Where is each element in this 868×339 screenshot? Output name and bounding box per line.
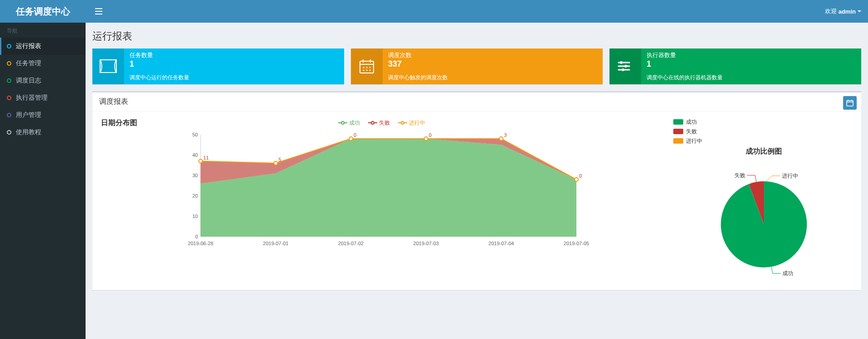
user-menu[interactable]: 欢迎 admin xyxy=(825,7,861,15)
svg-text:0: 0 xyxy=(195,234,198,239)
svg-point-4 xyxy=(369,67,371,68)
info-box-0: 任务数量 1 调度中心运行的任务数量 xyxy=(92,48,344,84)
info-value: 1 xyxy=(129,59,339,69)
sidebar: 任务调度中心 导航 运行报表任务管理调度日志执行器管理用户管理使用教程 xyxy=(0,0,86,339)
date-range-button[interactable] xyxy=(843,96,857,110)
svg-text:进行中: 进行中 xyxy=(782,173,798,179)
svg-text:2019-07-05: 2019-07-05 xyxy=(564,241,589,246)
svg-point-24 xyxy=(349,137,353,140)
username: admin xyxy=(839,8,856,15)
svg-point-26 xyxy=(424,137,428,140)
info-value: 1 xyxy=(647,59,856,69)
info-label: 任务数量 xyxy=(129,51,339,59)
topbar: 欢迎 admin xyxy=(86,0,868,23)
svg-point-28 xyxy=(499,137,503,140)
nav-header: 导航 xyxy=(0,23,86,38)
svg-point-8 xyxy=(620,61,623,64)
report-panel: 调度报表 日期分布图 成功 失败 进行中 xyxy=(92,91,861,290)
svg-text:10: 10 xyxy=(192,213,198,219)
svg-text:11: 11 xyxy=(203,155,209,160)
info-desc: 调度中心在线的执行器机器数量 xyxy=(641,71,861,84)
circle-icon xyxy=(7,61,11,66)
svg-point-7 xyxy=(369,70,371,71)
svg-text:5: 5 xyxy=(278,157,281,162)
svg-point-6 xyxy=(366,70,368,71)
pie-chart-title: 成功比例图 xyxy=(673,147,854,156)
svg-text:失败: 失败 xyxy=(734,172,745,178)
svg-text:20: 20 xyxy=(192,193,198,199)
pie-legend: 成功 失败 进行中 xyxy=(673,118,854,145)
calendar-icon xyxy=(846,99,854,107)
info-label: 执行器数量 xyxy=(647,51,856,59)
info-desc: 调度中心触发的调度次数 xyxy=(383,71,603,84)
svg-text:2019-07-03: 2019-07-03 xyxy=(413,241,439,246)
sidebar-item-3[interactable]: 执行器管理 xyxy=(0,89,86,107)
svg-rect-11 xyxy=(847,101,853,106)
info-icon xyxy=(92,48,124,84)
svg-text:30: 30 xyxy=(192,173,198,178)
svg-point-2 xyxy=(363,67,364,68)
circle-icon xyxy=(7,113,11,117)
circle-icon xyxy=(7,78,11,83)
svg-text:2019-06-28: 2019-06-28 xyxy=(188,241,213,246)
sidebar-item-1[interactable]: 任务管理 xyxy=(0,55,86,72)
svg-text:0: 0 xyxy=(429,132,432,138)
svg-text:2019-07-02: 2019-07-02 xyxy=(338,241,364,246)
svg-text:成功: 成功 xyxy=(782,270,793,276)
welcome-text: 欢迎 xyxy=(825,7,837,15)
pie-chart: 成功失败进行中 xyxy=(705,165,823,283)
svg-text:2019-07-01: 2019-07-01 xyxy=(263,241,288,246)
line-chart-legend: 成功 失败 进行中 xyxy=(338,119,425,127)
sidebar-item-5[interactable]: 使用教程 xyxy=(0,124,86,141)
info-box-2: 执行器数量 1 调度中心在线的执行器机器数量 xyxy=(609,48,861,84)
svg-text:50: 50 xyxy=(192,132,198,137)
svg-text:40: 40 xyxy=(192,152,198,158)
circle-icon xyxy=(7,44,11,48)
sidebar-item-2[interactable]: 调度日志 xyxy=(0,72,86,89)
sidebar-item-4[interactable]: 用户管理 xyxy=(0,107,86,124)
svg-text:0: 0 xyxy=(579,173,582,179)
panel-title: 调度报表 xyxy=(99,97,128,107)
page-title: 运行报表 xyxy=(92,29,861,43)
circle-icon xyxy=(7,130,11,135)
info-value: 337 xyxy=(388,59,597,69)
svg-point-3 xyxy=(366,67,368,68)
svg-point-10 xyxy=(622,68,624,71)
svg-text:3: 3 xyxy=(504,132,507,138)
line-chart-title: 日期分布图 xyxy=(101,118,137,128)
svg-point-22 xyxy=(274,161,278,165)
svg-point-5 xyxy=(363,70,364,71)
svg-point-9 xyxy=(624,65,627,68)
sidebar-item-0[interactable]: 运行报表 xyxy=(0,38,86,55)
info-desc: 调度中心运行的任务数量 xyxy=(124,71,344,84)
info-box-1: 调度次数 337 调度中心触发的调度次数 xyxy=(351,48,603,84)
svg-rect-0 xyxy=(100,60,116,73)
info-icon xyxy=(351,48,383,84)
menu-toggle-icon[interactable] xyxy=(92,5,105,17)
info-icon xyxy=(609,48,641,84)
info-label: 调度次数 xyxy=(388,51,597,59)
svg-text:2019-07-04: 2019-07-04 xyxy=(489,241,514,246)
svg-point-20 xyxy=(199,159,202,163)
svg-text:0: 0 xyxy=(354,132,356,138)
svg-point-30 xyxy=(575,178,578,181)
app-logo: 任务调度中心 xyxy=(0,0,86,23)
chevron-down-icon xyxy=(858,10,861,13)
circle-icon xyxy=(7,96,11,100)
line-chart: 日期分布图 成功 失败 进行中 0102030405011500302019-0… xyxy=(99,118,664,283)
